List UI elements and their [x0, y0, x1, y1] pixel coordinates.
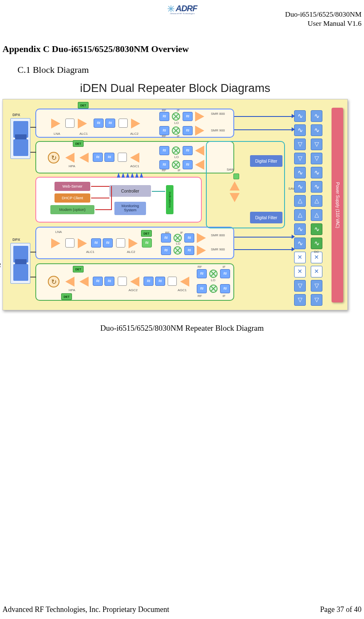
filter-icon — [197, 284, 207, 293]
header-right: Duo-i6515/6525/8030NM User Manual V1.6 — [285, 10, 362, 28]
smr800-label: SMR 800 — [211, 233, 225, 237]
snowflake-icon — [167, 5, 175, 12]
logo-subtitle: Advanced RF Technologies — [170, 12, 195, 15]
amp-icon — [65, 277, 74, 287]
attenuator-icon — [118, 153, 127, 162]
agc1-label: AGC1 — [178, 288, 187, 292]
amp-icon — [130, 153, 139, 163]
filter-icon — [93, 277, 103, 286]
amp-icon — [79, 153, 89, 163]
circulator-icon — [48, 152, 59, 163]
rf-label: RF — [198, 294, 202, 298]
duplexer-server: DPX — [10, 243, 30, 284]
logo-text: ADRF — [176, 4, 197, 13]
bus-arrows-icon — [117, 173, 143, 178]
page-footer: Advanced RF Technologies, Inc. Proprieta… — [2, 605, 362, 614]
filter-icon — [161, 233, 171, 243]
mixer-icon — [172, 146, 180, 155]
footer-right: Page 37 of 40 — [320, 605, 362, 614]
amp-icon — [129, 238, 138, 248]
filter-icon — [161, 246, 171, 255]
filter-icon — [183, 146, 193, 155]
lo-label: LO — [211, 278, 215, 282]
mixer-icon — [172, 126, 180, 135]
if-label: IF — [178, 168, 181, 172]
lo-label: LO — [176, 242, 181, 245]
amp-icon — [230, 193, 240, 202]
amp-icon — [195, 146, 204, 156]
filter-icon — [94, 119, 104, 128]
amp-icon — [51, 238, 60, 248]
filter-icon — [183, 126, 193, 135]
alc2-label: ALC2 — [127, 250, 135, 254]
amp-icon — [197, 233, 206, 243]
attenuator-icon — [65, 238, 74, 248]
amp-icon — [195, 126, 204, 136]
if-label: IF — [223, 294, 225, 298]
udconv-column-b — [311, 110, 322, 308]
detector-block: DET — [78, 102, 89, 109]
tx-path-doner: DET HPA AGC1 LO RF IF — [35, 141, 234, 173]
company-logo: ADRF Advanced RF Technologies — [161, 4, 203, 20]
alc1-label: ALC1 — [86, 250, 94, 254]
amp-icon — [78, 238, 87, 248]
indications-block: Indications — [166, 185, 173, 214]
if-label: IF — [177, 134, 180, 138]
lna-label: LNA — [55, 230, 62, 234]
amp-icon — [195, 111, 204, 121]
tx-path-server: DET HPA AGC2 AGC1 LO — [35, 263, 234, 301]
attenuator-icon — [168, 277, 177, 286]
header-product: Duo-i6515/6525/8030NM — [285, 10, 362, 19]
mixer-icon — [173, 234, 182, 242]
filter-icon — [220, 284, 230, 293]
amp-icon — [78, 119, 87, 129]
circulator-icon — [48, 276, 59, 287]
mixer-icon — [209, 270, 218, 278]
filter-icon — [103, 238, 113, 248]
rf-label: RF — [198, 265, 202, 269]
filter-icon — [105, 119, 115, 128]
digital-filter-group: SAW Digital Filter Digital Filter SAW — [206, 141, 285, 228]
filter-icon — [91, 238, 101, 248]
attenuator-icon — [118, 277, 127, 286]
diagram-canvas: DONER SERVER DPX DPX LNA ALC1 — [2, 99, 348, 310]
smr800-label: SMR 800 — [211, 112, 225, 116]
smr900-label: SMR 900 — [211, 129, 225, 132]
mixer-icon — [172, 112, 180, 121]
attenuator-icon — [65, 119, 74, 128]
filter-icon — [104, 153, 114, 162]
modem-block: Modem (option) — [50, 205, 94, 214]
if-label: IF — [223, 265, 225, 269]
filter-icon — [159, 160, 169, 169]
saw-label: SAW — [227, 168, 234, 171]
filter-icon — [184, 246, 194, 255]
alc2-label: ALC2 — [130, 132, 139, 136]
detector-block: DET — [73, 140, 84, 147]
hpa-label: HPA — [69, 164, 75, 168]
header-manual-version: User Manual V1.6 — [285, 19, 362, 28]
attenuator-icon — [119, 119, 128, 128]
digital-filter-block: Digital Filter — [250, 155, 282, 167]
filter-icon — [183, 160, 193, 169]
duplexer-doner: DPX — [10, 118, 30, 159]
amp-icon — [79, 277, 89, 287]
attenuator-icon — [116, 238, 125, 248]
detector-block: DET — [73, 266, 84, 272]
filter-icon — [142, 238, 152, 248]
amp-icon — [65, 153, 74, 163]
rf-label: RF — [162, 134, 166, 138]
amp-icon — [195, 160, 204, 170]
udconv-column-a — [294, 110, 306, 308]
filter-icon — [159, 112, 169, 121]
filter-icon — [220, 269, 230, 278]
figure-block-diagram: iDEN Dual Repeater Block Diagrams DONER … — [2, 82, 348, 310]
figure-caption: Duo-i6515/6525/8030NM Repeater Block Dia… — [0, 324, 364, 333]
agc1-label: AGC1 — [130, 164, 139, 168]
amp-icon — [51, 119, 60, 129]
heading-section: C.1 Block Diagram — [17, 64, 89, 75]
controller-block: Controller — [109, 185, 151, 197]
detector-block: DET — [61, 293, 72, 300]
footer-left: Advanced RF Technologies, Inc. Proprieta… — [2, 605, 169, 614]
dpx-label: DPX — [12, 238, 20, 242]
lna-label: LNA — [54, 132, 60, 136]
